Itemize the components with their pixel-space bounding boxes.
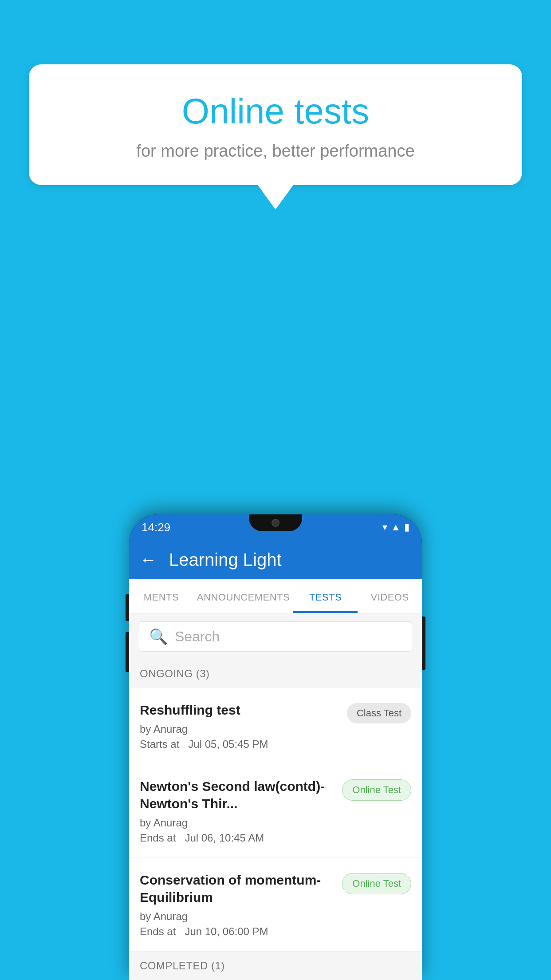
test-title-2: Newton's Second law(contd)-Newton's Thir… bbox=[140, 778, 335, 812]
test-title-3: Conservation of momentum-Equilibrium bbox=[140, 871, 335, 906]
test-title-1: Reshuffling test bbox=[140, 701, 340, 719]
test-author-3: by Anurag bbox=[140, 910, 335, 923]
phone-side-button-right bbox=[422, 616, 425, 670]
test-item-3[interactable]: Conservation of momentum-Equilibrium by … bbox=[129, 858, 422, 952]
back-button[interactable]: ← bbox=[140, 550, 157, 569]
status-time: 14:29 bbox=[142, 521, 170, 534]
test-badge-1: Class Test bbox=[347, 703, 411, 723]
test-time-1: Starts at Jul 05, 05:45 PM bbox=[140, 738, 340, 751]
phone-side-button-left1 bbox=[126, 594, 129, 621]
phone-frame: 14:29 ▾ ▲ ▮ ← Learning Light MENTS ANNOU… bbox=[129, 514, 422, 980]
speech-bubble-tail bbox=[258, 185, 293, 209]
status-icons: ▾ ▲ ▮ bbox=[382, 522, 409, 533]
notch-camera bbox=[272, 519, 279, 527]
test-info-1: Reshuffling test by Anurag Starts at Jul… bbox=[140, 701, 340, 751]
ongoing-section-header: ONGOING (3) bbox=[129, 660, 422, 688]
test-badge-2: Online Test bbox=[342, 779, 411, 801]
test-info-3: Conservation of momentum-Equilibrium by … bbox=[140, 871, 335, 938]
test-time-3: Ends at Jun 10, 06:00 PM bbox=[140, 925, 335, 938]
app-header: ← Learning Light bbox=[129, 540, 422, 579]
test-item-1[interactable]: Reshuffling test by Anurag Starts at Jul… bbox=[129, 688, 422, 764]
app-title: Learning Light bbox=[169, 550, 282, 570]
tab-announcements[interactable]: ANNOUNCEMENTS bbox=[193, 579, 293, 613]
speech-bubble-container: Online tests for more practice, better p… bbox=[29, 64, 522, 209]
battery-icon: ▮ bbox=[404, 522, 409, 533]
test-info-2: Newton's Second law(contd)-Newton's Thir… bbox=[140, 778, 335, 844]
completed-section-header: COMPLETED (1) bbox=[129, 952, 422, 980]
test-time-2: Ends at Jul 06, 10:45 AM bbox=[140, 832, 335, 844]
tab-ments[interactable]: MENTS bbox=[129, 579, 193, 613]
signal-icon: ▲ bbox=[391, 522, 401, 533]
speech-bubble-title: Online tests bbox=[51, 91, 500, 132]
search-input[interactable]: 🔍 Search bbox=[138, 621, 413, 652]
wifi-icon: ▾ bbox=[382, 522, 387, 533]
phone-side-button-left2 bbox=[126, 632, 129, 672]
test-author-2: by Anurag bbox=[140, 817, 335, 829]
search-container: 🔍 Search bbox=[129, 613, 422, 660]
test-badge-3: Online Test bbox=[342, 873, 411, 894]
tabs-container: MENTS ANNOUNCEMENTS TESTS VIDEOS bbox=[129, 579, 422, 613]
tab-tests[interactable]: TESTS bbox=[293, 579, 358, 613]
test-item-2[interactable]: Newton's Second law(contd)-Newton's Thir… bbox=[129, 764, 422, 858]
speech-bubble-subtitle: for more practice, better performance bbox=[51, 142, 500, 161]
test-list: Reshuffling test by Anurag Starts at Jul… bbox=[129, 688, 422, 952]
speech-bubble: Online tests for more practice, better p… bbox=[29, 64, 522, 185]
phone-screen: MENTS ANNOUNCEMENTS TESTS VIDEOS 🔍 Searc… bbox=[129, 579, 422, 980]
search-placeholder-text: Search bbox=[175, 628, 220, 645]
search-icon: 🔍 bbox=[149, 628, 168, 645]
test-author-1: by Anurag bbox=[140, 723, 340, 735]
status-bar: 14:29 ▾ ▲ ▮ bbox=[129, 514, 422, 540]
phone-container: 14:29 ▾ ▲ ▮ ← Learning Light MENTS ANNOU… bbox=[129, 514, 422, 980]
tab-videos[interactable]: VIDEOS bbox=[358, 579, 422, 613]
notch bbox=[249, 514, 302, 531]
